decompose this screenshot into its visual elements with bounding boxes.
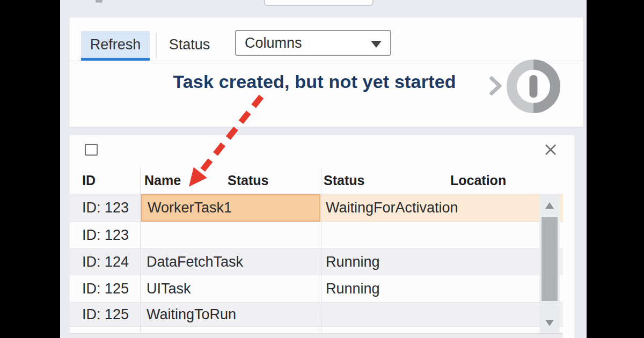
debug-toolbar-panel: Refresh Status Columns Task created, but… bbox=[69, 17, 583, 127]
table-header-row: ID Name Status Status Location bbox=[70, 167, 563, 194]
table-bottom-strip bbox=[70, 334, 563, 338]
table-row-partial[interactable] bbox=[70, 327, 563, 334]
cutoff-artifact bbox=[96, 0, 103, 3]
header-status-2[interactable]: Status bbox=[324, 167, 364, 194]
grid-line-vertical bbox=[321, 168, 321, 334]
header-location[interactable]: Location bbox=[450, 167, 506, 194]
scroll-up-icon[interactable] bbox=[545, 202, 554, 209]
toolbar: Refresh Status Columns bbox=[70, 18, 583, 61]
columns-dropdown-label: Columns bbox=[236, 35, 302, 52]
scrollbar-thumb[interactable] bbox=[541, 217, 558, 301]
cell-id[interactable]: ID: 125 bbox=[82, 275, 138, 302]
status-tab[interactable]: Status bbox=[157, 31, 222, 58]
header-id[interactable]: ID bbox=[82, 167, 96, 194]
table-row[interactable]: ID: 123 bbox=[70, 222, 563, 249]
status-tab-label: Status bbox=[169, 36, 210, 53]
cell-status[interactable] bbox=[321, 222, 563, 248]
cell-status[interactable]: Running bbox=[321, 275, 563, 302]
refresh-tab[interactable]: Refresh bbox=[81, 31, 150, 61]
letterbox-left bbox=[0, 0, 60, 338]
screenshot-stage: Refresh Status Columns Task created, but… bbox=[0, 0, 644, 338]
grid-line-vertical bbox=[140, 168, 141, 334]
cell-name[interactable]: UITask bbox=[141, 275, 320, 302]
cell-id[interactable]: ID: 124 bbox=[82, 249, 138, 275]
cell-name-highlighted[interactable]: WorkerTask1 bbox=[141, 194, 320, 222]
table-row[interactable]: ID: 123 WorkerTask1 WaitingForActivation bbox=[70, 194, 563, 222]
cell-id[interactable]: ID: 125 bbox=[82, 303, 138, 326]
cell-name[interactable]: DataFetchTask bbox=[141, 249, 320, 275]
table-row[interactable]: ID: 124 DataFetchTask Running bbox=[70, 249, 563, 275]
cell-status[interactable]: WaitingForActivation bbox=[321, 194, 563, 222]
table-row[interactable]: ID: 125 UITask Running bbox=[70, 275, 563, 303]
columns-dropdown[interactable]: Columns bbox=[235, 30, 391, 56]
task-not-started-icon bbox=[506, 58, 561, 114]
letterbox-right bbox=[587, 0, 644, 338]
chevron-right-icon bbox=[489, 76, 503, 96]
cell-id[interactable]: ID: 123 bbox=[82, 194, 138, 222]
cell-id[interactable]: ID: 123 bbox=[82, 222, 138, 248]
cell-status[interactable]: Running bbox=[321, 249, 563, 275]
table-row[interactable]: ID: 125 WaitingToRun bbox=[70, 303, 563, 327]
select-all-checkbox[interactable] bbox=[85, 144, 98, 156]
cell-name[interactable] bbox=[141, 222, 320, 248]
cell-name[interactable]: WaitingToRun bbox=[141, 303, 320, 326]
cell-status[interactable] bbox=[321, 303, 563, 326]
cutoff-element-top bbox=[264, 0, 374, 6]
headline-text: Task created, but not yet started bbox=[70, 71, 559, 92]
tasks-table-panel: ID Name Status Status Location ID: 123 W… bbox=[69, 135, 575, 338]
vertical-scrollbar[interactable] bbox=[539, 194, 560, 333]
close-icon[interactable] bbox=[543, 142, 558, 157]
dropdown-caret-icon bbox=[371, 41, 382, 48]
header-name[interactable]: Name bbox=[144, 167, 181, 194]
header-status-1[interactable]: Status bbox=[228, 167, 268, 194]
refresh-tab-label: Refresh bbox=[90, 36, 141, 53]
scroll-down-icon[interactable] bbox=[545, 320, 554, 326]
